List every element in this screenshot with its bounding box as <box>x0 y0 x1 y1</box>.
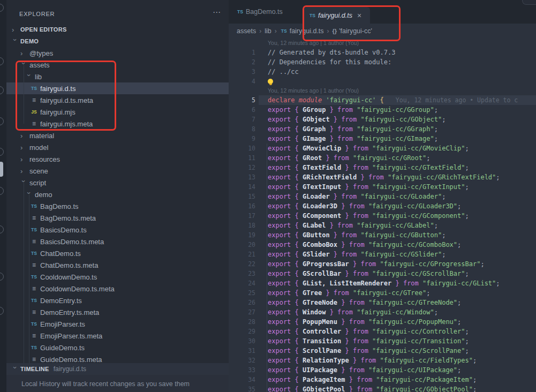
tree-folder-model[interactable]: ›model <box>6 141 229 153</box>
activity-active-icon[interactable] <box>0 162 3 177</box>
code-area[interactable]: You, 12 minutes ago | 1 author (You)1// … <box>229 39 536 392</box>
tree-file-emojiparser-ts-meta[interactable]: ≡EmojiParser.ts.meta <box>6 330 229 342</box>
activity-icon[interactable] <box>0 187 4 195</box>
activity-icon[interactable] <box>0 225 4 233</box>
activity-icon[interactable] <box>0 86 4 94</box>
tree-folder-demo[interactable]: ›demo <box>6 189 229 200</box>
section-demo[interactable]: › DEMO <box>6 35 229 47</box>
tab-bagdemo-ts[interactable]: TSBagDemo.ts <box>236 0 283 24</box>
typescript-file-icon: TS <box>30 86 38 91</box>
code-line-comment: 2// Dependencies for this module: <box>229 57 536 67</box>
line-number: 4 <box>229 77 255 86</box>
meta-file-icon: ≡ <box>30 96 38 104</box>
breadcrumb-item[interactable]: assets <box>237 27 256 35</box>
tree-folder--types[interactable]: ›@types <box>6 47 229 59</box>
code-line-export: 7 export { GObject } from "fairygui-cc/G… <box>229 115 536 124</box>
indent-guide <box>29 194 29 363</box>
section-open-editors[interactable]: › OPEN EDITORS <box>6 24 229 35</box>
tree-file-cooldowndemo-ts[interactable]: TSCooldownDemo.ts <box>6 271 229 283</box>
tree-folder-scene[interactable]: ›scene <box>6 165 229 177</box>
line-content: export { GTextInput } from "fairygui-cc/… <box>268 182 469 192</box>
line-number: 25 <box>229 288 255 298</box>
tree-item-label: EmojiParser.ts.meta <box>40 332 102 340</box>
tree-file-emojiparser-ts[interactable]: TSEmojiParser.ts <box>6 318 229 330</box>
activity-icon[interactable] <box>0 273 4 281</box>
line-content: export { RelationType } from "fairygui-c… <box>268 356 477 365</box>
activity-icon[interactable] <box>0 148 4 156</box>
chevron-right-icon: › <box>20 144 27 151</box>
activity-bar[interactable] <box>0 0 6 392</box>
breadcrumb-item[interactable]: TSfairygui.d.ts <box>280 27 324 35</box>
tree-file-fairygui-mjs-meta[interactable]: ≡fairygui.mjs.meta <box>6 118 229 130</box>
tree-file-cooldowndemo-ts-meta[interactable]: ≡CooldownDemo.ts.meta <box>6 283 229 295</box>
typescript-file-icon: TS <box>236 9 244 14</box>
tree-file-basicsdemo-ts[interactable]: TSBasicsDemo.ts <box>6 224 229 236</box>
chevron-down-icon: › <box>12 39 19 46</box>
line-number: 12 <box>229 163 255 172</box>
typescript-file-icon: TS <box>30 274 38 280</box>
line-content: export { GProgressBar } from "fairygui-c… <box>268 259 485 269</box>
tree-file-demoentry-ts-meta[interactable]: ≡DemoEntry.ts.meta <box>6 306 229 318</box>
tree-file-demoentry-ts[interactable]: TSDemoEntry.ts <box>6 295 229 306</box>
tree-item-label: fairygui.mjs <box>40 108 76 116</box>
file-tree: ›@types›assets›libTSfairygui.d.ts≡fairyg… <box>6 47 229 363</box>
tree-file-chatdemo-ts-meta[interactable]: ≡ChatDemo.ts.meta <box>6 259 229 271</box>
tree-file-fairygui-mjs[interactable]: JSfairygui.mjs <box>6 106 229 118</box>
code-line-export: 9 export { GImage } from "fairygui-cc/GI… <box>229 134 536 144</box>
meta-file-icon: ≡ <box>30 332 38 340</box>
line-number: 8 <box>229 124 255 134</box>
explorer-sidebar: EXPLORER ⋯ › OPEN EDITORS › DEMO ›@types… <box>6 0 229 392</box>
javascript-file-icon: JS <box>30 109 38 115</box>
tree-item-label: BasicsDemo.ts.meta <box>40 238 104 246</box>
code-line-export: 21 export { GSlider } from "fairygui-cc/… <box>229 250 536 259</box>
window-corner-widget <box>522 0 536 5</box>
chevron-down-icon: › <box>12 366 19 373</box>
close-icon[interactable]: × <box>357 11 361 20</box>
tree-file-chatdemo-ts[interactable]: TSChatDemo.ts <box>6 247 229 259</box>
tree-file-bagdemo-ts[interactable]: TSBagDemo.ts <box>6 200 229 212</box>
codelens-blame: You, 12 minutes ago | 1 author (You) <box>229 86 536 95</box>
more-actions-icon[interactable]: ⋯ <box>213 7 221 17</box>
breadcrumb-item[interactable]: lib <box>265 27 271 35</box>
chevron-right-icon: › <box>20 132 27 139</box>
indent-guide <box>24 183 24 363</box>
meta-file-icon: ≡ <box>30 120 38 127</box>
line-number: 1 <box>229 48 255 57</box>
tree-file-bagdemo-ts-meta[interactable]: ≡BagDemo.ts.meta <box>6 212 229 224</box>
tree-file-fairygui-d-ts[interactable]: TSfairygui.d.ts <box>6 82 229 94</box>
timeline-message: Local History will track recent changes … <box>21 380 229 388</box>
tree-folder-assets[interactable]: ›assets <box>6 59 229 71</box>
line-number: 27 <box>229 307 255 317</box>
tree-folder-script[interactable]: ›script <box>6 177 229 189</box>
line-content: export { ScrollPane } from "fairygui-cc/… <box>268 346 469 356</box>
breadcrumb-label: assets <box>237 27 256 35</box>
timeline-header[interactable]: › TIMELINE fairygui.d.ts <box>6 363 229 375</box>
activity-icon[interactable] <box>0 57 4 65</box>
tree-folder-material[interactable]: ›material <box>6 130 229 141</box>
lightbulb-icon[interactable] <box>268 79 273 84</box>
line-content: export { GMovieClip } from "fairygui-cc/… <box>268 144 469 153</box>
typescript-file-icon: TS <box>30 321 38 327</box>
tree-file-guidedemo-ts-meta[interactable]: ≡GuideDemo.ts.meta <box>6 353 229 363</box>
tab-fairygui-d-ts[interactable]: TSfairygui.d.ts× <box>304 7 370 24</box>
tree-item-label: EmojiParser.ts <box>40 320 85 328</box>
tree-file-basicsdemo-ts-meta[interactable]: ≡BasicsDemo.ts.meta <box>6 236 229 247</box>
breadcrumb-item[interactable]: {}'fairygui-cc' <box>333 27 372 35</box>
tree-file-guidedemo-ts[interactable]: TSGuideDemo.ts <box>6 342 229 353</box>
tab-bar: TSBagDemo.tsTSfairygui.d.ts× <box>229 0 536 24</box>
tree-item-label: lib <box>35 73 42 81</box>
meta-file-icon: ≡ <box>30 214 38 222</box>
typescript-file-icon: TS <box>30 227 38 232</box>
activity-icon[interactable] <box>0 307 4 315</box>
tree-file-fairygui-d-ts-meta[interactable]: ≡fairygui.d.ts.meta <box>6 94 229 106</box>
activity-icon[interactable] <box>0 117 4 125</box>
activity-icon[interactable] <box>0 4 4 12</box>
tree-item-label: resources <box>29 155 60 163</box>
code-line-export: 19 export { GButton } from "fairygui-cc/… <box>229 230 536 240</box>
tree-folder-lib[interactable]: ›lib <box>6 71 229 82</box>
tree-folder-resources[interactable]: ›resources <box>6 153 229 165</box>
chevron-right-icon: › <box>20 50 27 57</box>
line-content: export { GComboBox } from "fairygui-cc/G… <box>268 240 461 250</box>
chevron-right-icon: › <box>12 26 19 33</box>
line-number: 7 <box>229 115 255 124</box>
